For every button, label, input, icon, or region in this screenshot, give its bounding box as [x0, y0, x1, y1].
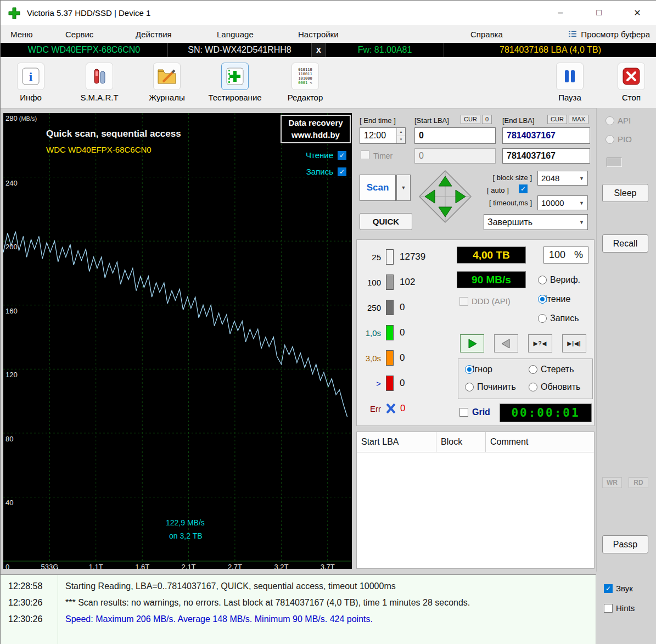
quick-button[interactable]: QUICK: [360, 213, 412, 230]
stat-value: 102: [400, 277, 415, 288]
buffer-view-button[interactable]: Просмотр буфера: [569, 25, 650, 43]
legend-checkbox[interactable]: [338, 151, 346, 160]
pause-button[interactable]: Пауза: [540, 63, 600, 102]
right-side-panel: API PIO Sleep Recall WR RD Passp: [596, 108, 656, 572]
y-axis-label: 160: [5, 307, 18, 315]
after-action-value: Завершить: [487, 217, 532, 227]
reverse-scan-button[interactable]: [494, 334, 518, 352]
maximize-button[interactable]: □: [580, 1, 618, 25]
log-divider: [58, 575, 58, 644]
log-message: Starting Reading, LBA=0..7814037167, QUI…: [65, 581, 396, 591]
app-logo-icon: [8, 7, 20, 19]
end-lba-input[interactable]: 7814037167: [502, 127, 590, 144]
action-option-2[interactable]: Починить: [465, 382, 516, 392]
testing-button[interactable]: Тестирование: [205, 63, 265, 102]
spin-down-button[interactable]: ▼: [397, 136, 405, 144]
pio-mode-option[interactable]: PIO: [605, 135, 632, 144]
start-lba-input[interactable]: 0: [414, 127, 496, 144]
info-button[interactable]: i Инфо: [1, 63, 61, 102]
end-lba-cur-button[interactable]: CUR: [547, 115, 567, 124]
rd-button[interactable]: RD: [629, 477, 648, 488]
recall-button[interactable]: Recall: [602, 234, 648, 253]
ddd-checkbox[interactable]: [459, 297, 468, 306]
end-lba-max-button[interactable]: MAX: [569, 115, 588, 124]
start-scan-button[interactable]: [460, 334, 484, 352]
seek-edges-button[interactable]: ▶|◀|: [562, 334, 586, 352]
device-model: WDC WD40EFPX-68C6CN0: [1, 43, 168, 57]
watermark: Data recoverywww.hdd.by: [281, 115, 351, 143]
scan-dropdown-button[interactable]: ▼: [396, 175, 411, 201]
graph-canvas: [3, 113, 352, 569]
sound-checkbox[interactable]: [604, 584, 613, 593]
menu-bar: Просмотр буфера МенюСервисДействияLangua…: [1, 25, 656, 43]
auto-checkbox[interactable]: [519, 184, 528, 193]
sound-option[interactable]: Звук: [604, 584, 633, 593]
timeout-value: 10000: [541, 198, 564, 208]
api-radio[interactable]: [605, 116, 614, 125]
watermark-line: www.hdd.by: [291, 129, 340, 141]
editor-button[interactable]: 0101101100111010000001 ✎ Редактор: [275, 63, 335, 102]
mode-option-2[interactable]: Запись: [538, 313, 579, 323]
hints-option[interactable]: Hints: [604, 603, 635, 613]
timer-end-input[interactable]: 7814037167: [502, 148, 590, 164]
menu-item-2[interactable]: Действия: [132, 25, 175, 43]
pio-radio[interactable]: [605, 135, 614, 144]
after-action-select[interactable]: Завершить ▼: [484, 214, 588, 230]
graph-subtitle: WDC WD40EFPX-68C6CN0: [46, 145, 152, 154]
app-window: Victoria 5.37 HDD/SSD | Device 1 – □ ✕ П…: [0, 0, 656, 644]
stop-button[interactable]: Стоп: [601, 63, 656, 102]
chevron-down-icon: ▼: [579, 176, 584, 181]
timer-checkbox[interactable]: [361, 150, 369, 159]
menu-item-0[interactable]: Меню: [7, 25, 36, 43]
end-time-spinner[interactable]: 12:00 ▲ ▼: [360, 127, 406, 144]
title-bar: Victoria 5.37 HDD/SSD | Device 1 – □ ✕: [1, 1, 656, 26]
minimize-button[interactable]: –: [541, 1, 580, 25]
menu-item-1[interactable]: Сервис: [62, 25, 97, 43]
stat-label: 100: [359, 278, 381, 287]
api-mode-option[interactable]: API: [605, 116, 631, 125]
radio-label: Обновить: [541, 382, 580, 392]
legend-label: Запись: [306, 167, 333, 176]
menu-item-4[interactable]: Настройки: [295, 25, 342, 43]
sound-label: Звук: [616, 584, 633, 593]
action-option-1[interactable]: Стереть: [529, 365, 574, 374]
action-option-0[interactable]: Игнор: [465, 365, 492, 374]
block-size-select[interactable]: 2048 ▼: [537, 171, 588, 186]
progress-percent-box: 100 %: [543, 247, 588, 264]
close-button[interactable]: ✕: [618, 1, 656, 25]
legend-item-0[interactable]: Чтение: [306, 150, 346, 160]
journals-button[interactable]: Журналы: [137, 63, 197, 102]
legend-checkbox[interactable]: [338, 167, 346, 176]
menu-item-5[interactable]: Справка: [467, 25, 506, 43]
device-bar-close-button[interactable]: x: [312, 43, 326, 57]
legend-label: Чтение: [306, 150, 333, 160]
passp-button[interactable]: Passp: [602, 535, 648, 553]
log-timestamp: 12:30:26: [8, 598, 42, 608]
legend-item-1[interactable]: Запись: [306, 167, 346, 176]
sleep-button[interactable]: Sleep: [602, 184, 648, 202]
end-time-value: 12:00: [360, 128, 396, 143]
grid-checkbox[interactable]: [459, 408, 468, 417]
info-label: Инфо: [20, 93, 42, 102]
hints-checkbox[interactable]: [604, 604, 613, 613]
start-lba-cur-button[interactable]: CUR: [461, 115, 480, 124]
scan-button[interactable]: Scan: [360, 175, 396, 201]
progress-percent: 100: [549, 249, 565, 261]
stat-row-5: >0: [359, 371, 452, 396]
mode-option-0[interactable]: Вериф.: [538, 275, 580, 285]
ddd-api-option[interactable]: DDD (API): [459, 296, 511, 306]
log-message: *** Scan results: no warnings, no errors…: [65, 598, 470, 608]
spin-up-button[interactable]: ▲: [397, 128, 405, 136]
menu-item-3[interactable]: Language: [214, 25, 257, 43]
device-firmware: Fw: 81.00A81: [326, 43, 444, 57]
smart-button[interactable]: S.M.A.R.T: [69, 63, 130, 102]
mode-option-1[interactable]: Чтение: [538, 294, 570, 304]
journals-folder-icon: [153, 63, 181, 90]
wr-button[interactable]: WR: [602, 477, 622, 488]
grid-option[interactable]: Grid: [459, 407, 490, 417]
action-option-3[interactable]: Обновить: [529, 382, 580, 392]
timeout-select[interactable]: 10000 ▼: [537, 195, 588, 210]
seek-error-button[interactable]: ▶?◀: [528, 334, 552, 352]
jog-pad[interactable]: [418, 169, 473, 226]
stat-color-block: [386, 249, 394, 265]
